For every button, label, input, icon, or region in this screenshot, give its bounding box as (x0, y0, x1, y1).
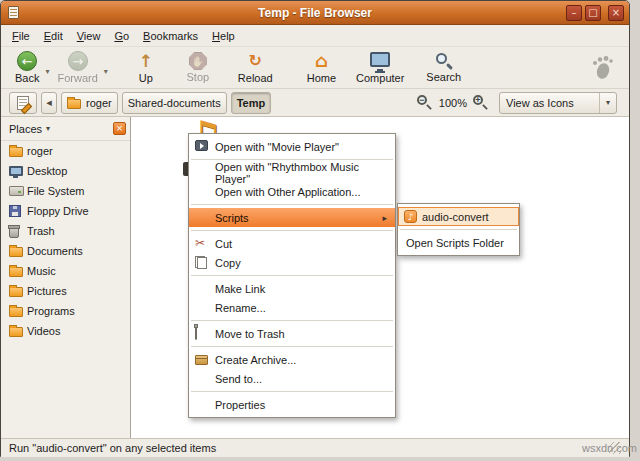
toolbar: ← Back ▾ → Forward ▾ ↑ Up ✋ Stop ↻ Reloa… (1, 47, 629, 89)
menu-item-label: Move to Trash (215, 328, 285, 340)
stop-icon: ✋ (189, 52, 207, 70)
menu-go[interactable]: Go (107, 27, 136, 45)
menu-item-create-archive[interactable]: Create Archive... (189, 350, 395, 369)
sidebar-item-programs[interactable]: Programs (1, 301, 130, 321)
sidebar-item-label: File System (27, 185, 84, 197)
sidebar-item-roger[interactable]: roger (1, 141, 130, 161)
sidebar-item-label: Floppy Drive (27, 205, 89, 217)
search-button[interactable]: Search (420, 50, 467, 85)
view-mode-label: View as Icons (506, 97, 574, 109)
folder-icon (9, 285, 27, 297)
menu-item-scripts[interactable]: Scripts ▸ (189, 208, 395, 227)
zoom-in-button[interactable]: + (473, 95, 489, 111)
menu-item-send-to[interactable]: Send to... (189, 369, 395, 388)
sidebar-item-label: Desktop (27, 165, 67, 177)
folder-icon (9, 305, 27, 317)
computer-button[interactable]: Computer (350, 50, 410, 86)
location-bar: ◂ roger Shared-documents Temp − 100% + V… (1, 89, 629, 117)
forward-button[interactable]: → Forward (51, 49, 103, 86)
scripts-submenu: ♪ audio-convert Open Scripts Folder (397, 203, 520, 256)
maximize-button[interactable]: □ (585, 5, 601, 21)
context-menu: Open with "Movie Player" Open with "Rhyt… (188, 133, 396, 418)
computer-label: Computer (356, 72, 404, 84)
toggle-location-entry-button[interactable] (9, 92, 37, 114)
breadcrumb-temp-label: Temp (237, 97, 266, 109)
sidebar-item-music[interactable]: Music (1, 261, 130, 281)
sidebar-item-label: Programs (27, 305, 75, 317)
search-label: Search (426, 71, 461, 83)
home-button[interactable]: ⌂ Home (301, 49, 342, 86)
window-menu-icon[interactable] (8, 6, 19, 19)
view-mode-dropdown[interactable]: View as Icons ▾ (499, 92, 617, 114)
menu-item-cut[interactable]: ✂ Cut (189, 234, 395, 253)
computer-icon (370, 52, 390, 67)
back-label: Back (15, 72, 39, 84)
reload-button[interactable]: ↻ Reload (232, 49, 279, 86)
menubar: File Edit View Go Bookmarks Help (1, 25, 629, 47)
sidebar-item-desktop[interactable]: Desktop (1, 161, 130, 181)
zoom-level: 100% (439, 97, 467, 109)
close-button[interactable]: × (608, 5, 624, 21)
sidebar-item-trash[interactable]: Trash (1, 221, 130, 241)
menu-item-label: Scripts (215, 212, 249, 224)
menu-item-open-with-rhythmbox[interactable]: Open with "Rhythmbox Music Player" (189, 163, 395, 182)
menu-item-properties[interactable]: Properties (189, 395, 395, 414)
side-pane-selector[interactable]: Places ▾ × (1, 117, 130, 141)
menu-item-label: Create Archive... (215, 354, 296, 366)
menu-item-label: Copy (215, 257, 241, 269)
places-sidebar: Places ▾ × roger Desktop File System (1, 117, 131, 438)
menu-item-move-to-trash[interactable]: Move to Trash (189, 324, 395, 343)
submenu-item-label: Open Scripts Folder (406, 237, 504, 249)
submenu-item-audio-convert[interactable]: ♪ audio-convert (398, 207, 519, 226)
up-button[interactable]: ↑ Up (128, 49, 164, 86)
titlebar[interactable]: Temp - File Browser – □ × (1, 1, 629, 25)
menu-separator (191, 204, 393, 205)
folder-icon (67, 99, 81, 109)
menu-item-open-with-movie-player[interactable]: Open with "Movie Player" (189, 137, 395, 156)
home-icon: ⌂ (315, 51, 328, 71)
breadcrumb-roger[interactable]: roger (61, 92, 118, 114)
menu-item-rename[interactable]: Rename... (189, 298, 395, 317)
menu-item-label: Open with "Rhythmbox Music Player" (215, 161, 387, 185)
desktop-background: Temp - File Browser – □ × File Edit View… (0, 0, 640, 461)
status-text: Run "audio-convert" on any selected item… (9, 442, 216, 454)
menu-file[interactable]: File (5, 27, 37, 45)
minimize-button[interactable]: – (566, 5, 582, 21)
scissors-icon: ✂ (195, 237, 205, 249)
sidebar-item-file-system[interactable]: File System (1, 181, 130, 201)
edit-location-icon (17, 96, 29, 110)
menu-item-label: Send to... (215, 373, 262, 385)
back-button[interactable]: ← Back (9, 49, 45, 86)
menu-help[interactable]: Help (205, 27, 242, 45)
submenu-item-label: audio-convert (422, 211, 489, 223)
archive-icon (195, 355, 208, 365)
back-history-chevron[interactable]: ▾ (45, 67, 49, 76)
menu-bookmarks[interactable]: Bookmarks (136, 27, 205, 45)
stop-button[interactable]: ✋ Stop (180, 50, 216, 85)
sidebar-item-pictures[interactable]: Pictures (1, 281, 130, 301)
sidebar-item-documents[interactable]: Documents (1, 241, 130, 261)
menu-view[interactable]: View (70, 27, 108, 45)
stop-label: Stop (187, 71, 210, 83)
sidebar-item-videos[interactable]: Videos (1, 321, 130, 341)
gnome-foot-logo-icon (591, 55, 613, 81)
menu-separator (191, 320, 393, 321)
menu-item-open-with-other-application[interactable]: Open with Other Application... (189, 182, 395, 201)
up-icon: ↑ (139, 51, 153, 71)
chevron-down-icon: ▾ (599, 93, 610, 113)
menu-item-make-link[interactable]: Make Link (189, 279, 395, 298)
menu-edit[interactable]: Edit (37, 27, 70, 45)
folder-icon (9, 145, 27, 157)
menu-separator (400, 229, 517, 230)
menu-item-copy[interactable]: Copy (189, 253, 395, 272)
breadcrumb-scroll-left-button[interactable]: ◂ (41, 92, 57, 114)
folder-icon (9, 265, 27, 277)
menu-separator (191, 275, 393, 276)
back-icon: ← (17, 51, 37, 71)
close-side-pane-button[interactable]: × (113, 122, 126, 135)
sidebar-item-floppy-drive[interactable]: Floppy Drive (1, 201, 130, 221)
forward-history-chevron[interactable]: ▾ (104, 67, 108, 76)
zoom-out-button[interactable]: − (417, 95, 433, 111)
submenu-item-open-scripts-folder[interactable]: Open Scripts Folder (398, 233, 519, 252)
reload-label: Reload (238, 72, 273, 84)
